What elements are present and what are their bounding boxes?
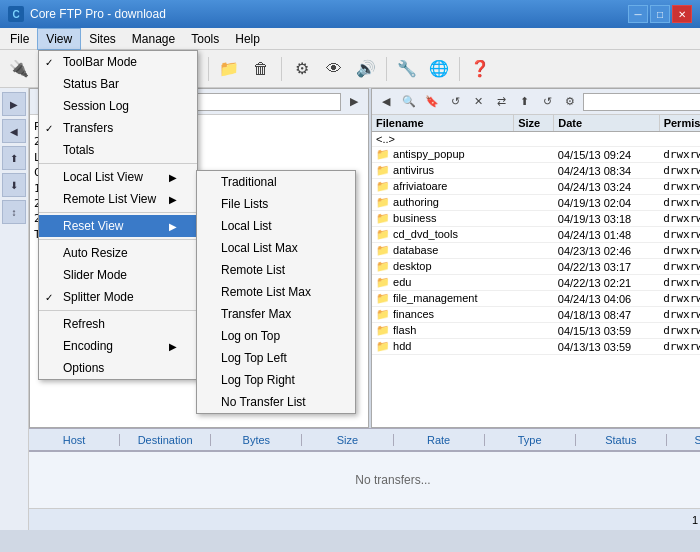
file-date-cell — [554, 132, 659, 147]
col-size[interactable]: Size — [514, 115, 554, 132]
menu-options[interactable]: Options — [39, 357, 197, 379]
menu-encoding[interactable]: Encoding ▶ — [39, 335, 197, 357]
col-permissions[interactable]: Permissions — [659, 115, 700, 132]
right-panel-btn-up[interactable]: ⬆ — [514, 92, 534, 112]
toolbar-view[interactable]: 👁 — [319, 54, 349, 84]
reset-log-top-left[interactable]: Log Top Left — [197, 347, 355, 369]
table-row[interactable]: 📁 authoring04/19/13 02:04drwxrwxr-x — [372, 195, 700, 211]
reset-traditional[interactable]: Traditional — [197, 171, 355, 193]
table-row[interactable]: 📁 desktop04/22/13 03:17drwxrwxr-x — [372, 259, 700, 275]
toolbar-audio[interactable]: 🔊 — [351, 54, 381, 84]
remote-list-arrow: ▶ — [169, 194, 177, 205]
file-name-cell: 📁 finances — [372, 307, 514, 323]
right-panel-btn-refresh[interactable]: ↺ — [445, 92, 465, 112]
file-name-cell: 📁 hdd — [372, 339, 514, 355]
table-row[interactable]: 📁 antivirus04/24/13 08:34drwxrwxr-x — [372, 163, 700, 179]
left-sidebar: ▶ ◀ ⬆ ⬇ ↕ — [0, 88, 29, 530]
file-name-cell: 📁 authoring — [372, 195, 514, 211]
right-panel-address[interactable] — [583, 93, 700, 111]
menu-auto-resize[interactable]: Auto Resize — [39, 242, 197, 264]
menu-refresh[interactable]: Refresh — [39, 313, 197, 335]
table-row[interactable]: 📁 cd_dvd_tools04/24/13 01:48drwxrwxr-x — [372, 227, 700, 243]
right-panel-btn-search[interactable]: 🔍 — [399, 92, 419, 112]
file-name-cell: 📁 database — [372, 243, 514, 259]
toolbar-settings[interactable]: ⚙ — [287, 54, 317, 84]
folder-icon: 📁 — [376, 308, 393, 320]
col-date[interactable]: Date — [554, 115, 659, 132]
minimize-button[interactable]: ─ — [628, 5, 648, 23]
table-row[interactable]: <..> — [372, 132, 700, 147]
table-row[interactable]: 📁 flash04/15/13 03:59drwxrwxr-x — [372, 323, 700, 339]
menu-manage[interactable]: Manage — [124, 29, 183, 49]
toolbar-network[interactable]: 🌐 — [424, 54, 454, 84]
local-list-arrow: ▶ — [169, 172, 177, 183]
menu-local-list-view[interactable]: Local List View ▶ — [39, 166, 197, 188]
menu-session-log[interactable]: Session Log — [39, 95, 197, 117]
status-bar: Host Destination Bytes Size Rate Type St… — [29, 428, 700, 450]
left-panel-btn-go[interactable]: ▶ — [344, 92, 364, 112]
status-bytes: Bytes — [211, 434, 302, 446]
file-perms-cell — [659, 132, 700, 147]
menu-remote-list-view[interactable]: Remote List View ▶ — [39, 188, 197, 210]
table-row[interactable]: 📁 edu04/22/13 02:21drwxrwxr-x — [372, 275, 700, 291]
close-button[interactable]: ✕ — [672, 5, 692, 23]
menu-slider-mode[interactable]: Slider Mode — [39, 264, 197, 286]
toolbar-connect[interactable]: 🔌 — [4, 54, 34, 84]
table-row[interactable]: 📁 antispy_popup04/15/13 09:24drwxrwxr-x — [372, 147, 700, 163]
reset-log-top-right[interactable]: Log Top Right — [197, 369, 355, 391]
table-row[interactable]: 📁 file_management04/24/13 04:06drwxrwxr-… — [372, 291, 700, 307]
toolbar-delete[interactable]: 🗑 — [246, 54, 276, 84]
menu-transfers[interactable]: ✓ Transfers — [39, 117, 197, 139]
reset-file-lists[interactable]: File Lists — [197, 193, 355, 215]
menu-file[interactable]: File — [2, 29, 37, 49]
right-panel-btn-back[interactable]: ◀ — [376, 92, 396, 112]
file-size-cell — [514, 323, 554, 339]
table-row[interactable]: 📁 afriviatoare04/24/13 03:24drwxrwxr-x — [372, 179, 700, 195]
col-filename[interactable]: Filename — [372, 115, 514, 132]
sidebar-btn-2[interactable]: ◀ — [2, 119, 26, 143]
right-panel-btn-refresh2[interactable]: ↺ — [537, 92, 557, 112]
right-panel-btn-bookmark[interactable]: 🔖 — [422, 92, 442, 112]
file-perms-cell: drwxrwxr-x — [659, 259, 700, 275]
menu-totals[interactable]: Totals — [39, 139, 197, 161]
menu-view[interactable]: View — [37, 28, 81, 50]
table-row[interactable]: 📁 database04/23/13 02:46drwxrwxr-x — [372, 243, 700, 259]
sidebar-btn-4[interactable]: ⬇ — [2, 173, 26, 197]
reset-local-list-max[interactable]: Local List Max — [197, 237, 355, 259]
right-panel-btn-close[interactable]: ✕ — [468, 92, 488, 112]
reset-remote-list-max[interactable]: Remote List Max — [197, 281, 355, 303]
reset-local-list[interactable]: Local List — [197, 215, 355, 237]
right-panel-btn-settings[interactable]: ⚙ — [560, 92, 580, 112]
menu-help[interactable]: Help — [227, 29, 268, 49]
file-perms-cell: drwxrwxr-x — [659, 179, 700, 195]
sidebar-btn-3[interactable]: ⬆ — [2, 146, 26, 170]
toolbar-help[interactable]: ❓ — [465, 54, 495, 84]
menu-tools[interactable]: Tools — [183, 29, 227, 49]
table-row[interactable]: 📁 finances04/18/13 08:47drwxrwxr-x — [372, 307, 700, 323]
menu-splitter-mode[interactable]: ✓ Splitter Mode — [39, 286, 197, 308]
status-source: Source — [667, 434, 700, 446]
table-row[interactable]: 📁 business04/19/13 03:18drwxrwxr-x — [372, 211, 700, 227]
menu-toolbar-mode[interactable]: ✓ ToolBar Mode — [39, 51, 197, 73]
table-row[interactable]: 📁 hdd04/13/13 03:59drwxrwxr-x — [372, 339, 700, 355]
sep3 — [39, 239, 197, 240]
menu-sites[interactable]: Sites — [81, 29, 124, 49]
sidebar-btn-5[interactable]: ↕ — [2, 200, 26, 224]
sidebar-btn-1[interactable]: ▶ — [2, 92, 26, 116]
toolbar-folder[interactable]: 📁 — [214, 54, 244, 84]
reset-no-transfer-list[interactable]: No Transfer List — [197, 391, 355, 413]
reset-transfer-max[interactable]: Transfer Max — [197, 303, 355, 325]
right-panel-toolbar: ◀ 🔍 🔖 ↺ ✕ ⇄ ⬆ ↺ ⚙ ✦ — [372, 89, 700, 115]
sep1 — [39, 163, 197, 164]
toolbar-tools[interactable]: 🔧 — [392, 54, 422, 84]
menu-status-bar[interactable]: Status Bar — [39, 73, 197, 95]
right-panel-btn-transfer[interactable]: ⇄ — [491, 92, 511, 112]
app-icon: C — [8, 6, 24, 22]
reset-remote-list[interactable]: Remote List — [197, 259, 355, 281]
reset-log-on-top[interactable]: Log on Top — [197, 325, 355, 347]
maximize-button[interactable]: □ — [650, 5, 670, 23]
view-menu-dropdown[interactable]: ✓ ToolBar Mode Status Bar Session Log ✓ … — [38, 50, 198, 380]
reset-view-submenu[interactable]: Traditional File Lists Local List Local … — [196, 170, 356, 414]
file-name-cell: 📁 file_management — [372, 291, 514, 307]
menu-reset-view[interactable]: Reset View ▶ — [39, 215, 197, 237]
